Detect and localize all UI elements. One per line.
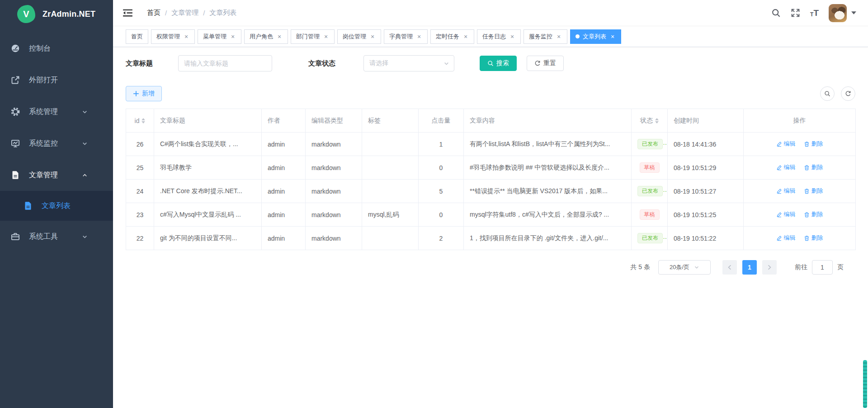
article-table-wrap: id文章标题作者编辑器类型标签点击量文章内容状态创建时间操作 26C#两个lis… <box>126 109 855 250</box>
fullscreen-icon[interactable] <box>791 8 800 18</box>
tab-close-icon[interactable]: × <box>323 33 329 40</box>
sidebar-collapse-icon[interactable] <box>123 9 132 17</box>
column-header-label: 标签 <box>368 117 381 125</box>
sort-caret-icon[interactable] <box>142 118 145 123</box>
sidebar-menu: 控制台外部打开系统管理系统监控文章管理文章列表系统工具 <box>0 28 113 252</box>
tab-item[interactable]: 字典管理× <box>384 29 428 44</box>
app-logo[interactable]: V ZrAdmin.NET <box>0 0 113 28</box>
table-cell: markdown <box>306 180 362 203</box>
tab-close-icon[interactable]: × <box>556 33 562 40</box>
sidebar-item-label: 系统监控 <box>29 139 58 148</box>
edit-link-label: 编辑 <box>784 163 796 171</box>
edit-link-label: 编辑 <box>784 234 796 242</box>
sidebar-item-tools[interactable]: 系统工具 <box>0 221 113 252</box>
arrow-left-icon <box>727 265 732 270</box>
search-button[interactable]: 搜索 <box>480 56 517 71</box>
goto-page-input[interactable] <box>812 260 833 275</box>
column-header-label: 作者 <box>268 117 280 125</box>
tab-close-icon[interactable]: × <box>609 33 616 40</box>
delete-link[interactable]: 删除 <box>804 210 823 218</box>
sidebar-item-articles[interactable]: 文章管理 <box>0 159 113 191</box>
tab-close-icon[interactable]: × <box>462 33 469 40</box>
sort-caret-icon[interactable] <box>655 118 659 123</box>
ops-cell: 编辑删除 <box>744 133 856 156</box>
sidebar-item-dashboard[interactable]: 控制台 <box>0 33 113 64</box>
user-menu[interactable] <box>829 4 856 22</box>
scrollbar-thumb[interactable] <box>863 360 867 408</box>
page-size-select[interactable]: 20条/页 <box>658 260 711 275</box>
sidebar-item-article-list[interactable]: 文章列表 <box>0 191 113 221</box>
sidebar-item-label: 系统工具 <box>29 232 58 242</box>
tab-item[interactable]: 首页 <box>126 29 148 44</box>
tab-close-icon[interactable]: × <box>416 33 422 40</box>
next-page-button[interactable] <box>762 260 777 275</box>
avatar[interactable] <box>829 4 847 22</box>
sidebar-item-label: 外部打开 <box>29 76 58 85</box>
refresh-table-button[interactable] <box>841 86 855 101</box>
delete-link[interactable]: 删除 <box>804 140 823 148</box>
article-status-select[interactable]: 请选择 <box>363 55 454 71</box>
tab-close-icon[interactable]: × <box>276 33 283 40</box>
tab-item[interactable]: 任务日志× <box>477 29 521 44</box>
edit-link[interactable]: 编辑 <box>776 210 796 218</box>
delete-link[interactable]: 删除 <box>804 234 823 242</box>
tab-close-icon[interactable]: × <box>509 33 515 40</box>
tab-close-icon[interactable]: × <box>230 33 236 40</box>
dashboard-icon <box>11 44 20 53</box>
add-button[interactable]: 新增 <box>126 86 162 101</box>
page-number-button[interactable]: 1 <box>742 260 757 275</box>
goto-label: 前往 <box>795 263 807 271</box>
ops-cell: 编辑删除 <box>744 156 856 180</box>
status-cell: 已发布 <box>632 133 668 156</box>
sidebar-item-external[interactable]: 外部打开 <box>0 64 113 96</box>
tab-item[interactable]: 权限管理× <box>151 29 195 44</box>
column-header: 创建时间 <box>668 109 744 133</box>
breadcrumb-item[interactable]: 首页 <box>147 9 160 17</box>
tab-label: 用户角色 <box>250 33 273 41</box>
tab-label: 权限管理 <box>156 33 180 41</box>
tab-close-icon[interactable]: × <box>183 33 189 40</box>
header-search-icon[interactable] <box>771 8 781 18</box>
tab-item[interactable]: 定时任务× <box>430 29 474 44</box>
select-placeholder: 请选择 <box>369 59 388 67</box>
prev-page-button[interactable] <box>722 260 737 275</box>
column-header-label: 文章内容 <box>470 117 495 125</box>
edit-link[interactable]: 编辑 <box>776 140 796 148</box>
table-cell: 羽毛球教学 <box>154 156 262 180</box>
tab-item[interactable]: 用户角色× <box>244 29 288 44</box>
ops-cell: 编辑删除 <box>744 180 856 203</box>
table-cell: c#写入Mysql中文显示乱码 ... <box>154 203 262 227</box>
tab-close-icon[interactable]: × <box>369 33 376 40</box>
sidebar-item-system[interactable]: 系统管理 <box>0 96 113 128</box>
font-size-icon[interactable]: TT <box>810 9 819 17</box>
sidebar-item-monitor[interactable]: 系统监控 <box>0 128 113 159</box>
delete-icon <box>804 188 810 194</box>
tab-item[interactable]: 部门管理× <box>291 29 335 44</box>
delete-link[interactable]: 删除 <box>804 187 823 195</box>
table-cell: 2 <box>419 227 464 250</box>
column-header: 文章内容 <box>464 109 632 133</box>
tab-item[interactable]: 菜单管理× <box>198 29 241 44</box>
chevron-down-icon[interactable] <box>851 11 856 14</box>
main-area: 首页/文章管理/文章列表 TT 首页权限管理×菜单管理×用户角色×部门管理×岗位… <box>113 0 868 408</box>
tab-item[interactable]: 服务监控× <box>524 29 567 44</box>
column-header[interactable]: id <box>126 109 154 133</box>
toggle-search-button[interactable] <box>820 86 835 101</box>
tab-item[interactable]: 岗位管理× <box>337 29 381 44</box>
table-cell: C#两个list集合实现关联，... <box>154 133 262 156</box>
column-header[interactable]: 状态 <box>632 109 668 133</box>
article-title-input[interactable] <box>178 55 272 71</box>
search-icon <box>824 90 830 97</box>
edit-link[interactable]: 编辑 <box>776 187 796 195</box>
tab-item[interactable]: 文章列表× <box>570 29 621 44</box>
reset-button[interactable]: 重置 <box>527 56 564 71</box>
table-actions <box>820 86 855 101</box>
delete-link[interactable]: 删除 <box>804 163 823 171</box>
edit-link[interactable]: 编辑 <box>776 234 796 242</box>
total-count: 共 5 条 <box>630 263 650 271</box>
tab-label: 服务监控 <box>529 33 552 41</box>
edit-link[interactable]: 编辑 <box>776 163 796 171</box>
chevron-down-icon <box>82 234 88 240</box>
created-time-cell: 08-19 10:51:25 <box>668 203 744 227</box>
table-cell: mysql字符集utf8，c#写入中文后，全部显示成? ... <box>464 203 632 227</box>
